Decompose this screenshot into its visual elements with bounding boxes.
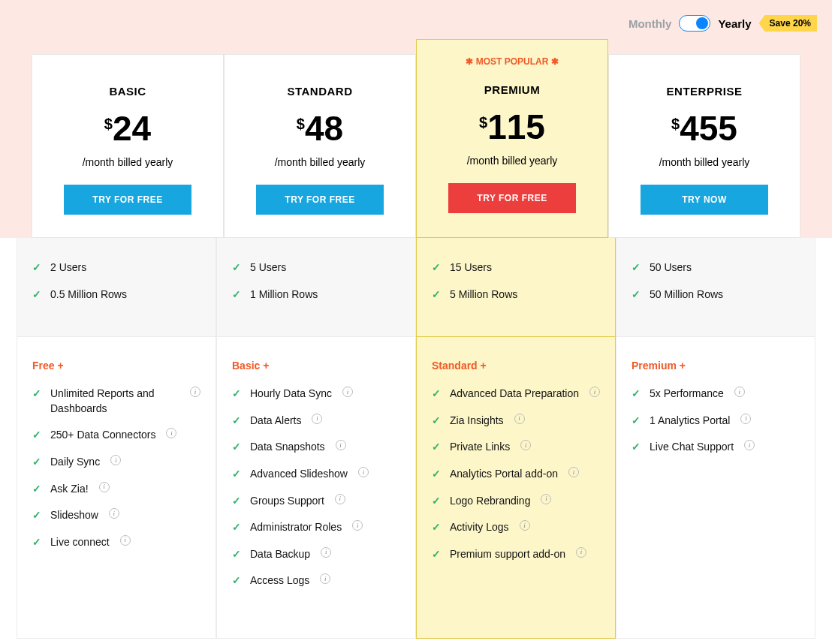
check-icon: ✓ (232, 440, 243, 455)
info-icon[interactable]: i (342, 387, 353, 397)
feature-item: ✓1 Analytics Portal i (632, 414, 800, 429)
price-amount: 115 (487, 110, 545, 144)
plan-name: ENTERPRISE (620, 85, 788, 98)
feature-label: 250+ Data Connectors (50, 428, 155, 443)
limit-item: ✓0.5 Million Rows (32, 287, 200, 302)
limit-label: 5 Users (250, 260, 286, 275)
billing-note: /month billed yearly (44, 156, 212, 168)
feature-label: Data Snapshots (250, 440, 325, 455)
info-icon[interactable]: i (358, 467, 369, 477)
currency-symbol: $ (671, 116, 680, 133)
feature-label: Live Chat Support (650, 440, 734, 455)
cta-premium[interactable]: TRY FOR FREE (448, 183, 576, 213)
billing-monthly-label[interactable]: Monthly (629, 17, 672, 30)
billing-note: /month billed yearly (236, 156, 404, 168)
feature-item: ✓Administrator Roles i (232, 520, 400, 535)
plan-name: BASIC (44, 85, 212, 98)
check-icon: ✓ (632, 287, 642, 302)
check-icon: ✓ (432, 520, 442, 535)
limit-label: 50 Users (650, 260, 692, 275)
feature-label: Administrator Roles (250, 520, 342, 535)
features-cell-premium: Standard +✓Advanced Data Preparation i✓Z… (416, 337, 616, 639)
inherits-label: Free + (32, 360, 200, 372)
check-icon: ✓ (232, 260, 243, 275)
feature-label: Unlimited Reports and Dashboards (50, 387, 179, 416)
check-icon: ✓ (32, 482, 43, 497)
info-icon[interactable]: i (740, 414, 751, 424)
check-icon: ✓ (32, 455, 43, 470)
check-icon: ✓ (32, 287, 43, 302)
limits-cell-premium: ✓15 Users✓5 Million Rows (416, 238, 616, 337)
info-icon[interactable]: i (541, 494, 551, 504)
price: $ 455 (620, 111, 788, 146)
check-icon: ✓ (232, 494, 243, 509)
feature-label: Private Links (450, 440, 510, 455)
info-icon[interactable]: i (520, 520, 530, 531)
plan-card-enterprise: ENTERPRISE $ 455 /month billed yearly TR… (608, 54, 800, 238)
info-icon[interactable]: i (166, 428, 176, 438)
feature-label: Activity Logs (450, 520, 509, 535)
info-icon[interactable]: i (335, 494, 345, 504)
billing-note: /month billed yearly (620, 156, 788, 168)
info-icon[interactable]: i (312, 414, 322, 424)
feature-label: Advanced Slideshow (250, 467, 348, 482)
info-icon[interactable]: i (190, 387, 200, 397)
info-icon[interactable]: i (514, 414, 525, 424)
billing-toggle-switch[interactable] (679, 15, 710, 32)
limit-label: 15 Users (450, 260, 492, 275)
check-icon: ✓ (32, 428, 43, 443)
info-icon[interactable]: i (568, 467, 579, 477)
feature-item: ✓Premium support add-on i (432, 547, 600, 562)
feature-label: Logo Rebranding (450, 494, 530, 509)
billing-yearly-label[interactable]: Yearly (718, 17, 751, 30)
info-icon[interactable]: i (744, 440, 755, 450)
feature-label: Advanced Data Preparation (450, 387, 579, 402)
limits-row: ✓2 Users✓0.5 Million Rows✓5 Users✓1 Mill… (17, 238, 815, 337)
info-icon[interactable]: i (352, 520, 363, 531)
currency-symbol: $ (104, 116, 113, 133)
limits-cell-standard: ✓5 Users✓1 Million Rows (216, 238, 416, 337)
check-icon: ✓ (432, 287, 442, 302)
check-icon: ✓ (432, 467, 442, 482)
check-icon: ✓ (232, 547, 243, 562)
price: $ 24 (44, 111, 212, 146)
feature-item: ✓Data Alerts i (232, 414, 400, 429)
feature-item: ✓Live connect i (32, 535, 200, 550)
info-icon[interactable]: i (110, 455, 121, 465)
feature-label: Analytics Portal add-on (450, 467, 558, 482)
feature-item: ✓Analytics Portal add-on i (432, 467, 600, 482)
limits-cell-basic: ✓2 Users✓0.5 Million Rows (17, 238, 216, 337)
check-icon: ✓ (32, 260, 43, 275)
info-icon[interactable]: i (321, 547, 331, 558)
feature-label: 5x Performance (650, 387, 724, 402)
check-icon: ✓ (432, 387, 442, 402)
feature-label: Daily Sync (50, 455, 100, 470)
feature-label: 1 Analytics Portal (650, 414, 730, 429)
check-icon: ✓ (232, 467, 243, 482)
feature-label: Data Alerts (250, 414, 301, 429)
inherits-label: Basic + (232, 360, 400, 372)
limit-item: ✓50 Users (632, 260, 800, 275)
info-icon[interactable]: i (734, 387, 745, 397)
cta-enterprise[interactable]: TRY NOW (641, 185, 768, 215)
info-icon[interactable]: i (120, 535, 131, 546)
feature-label: Live connect (50, 535, 110, 550)
limit-label: 1 Million Rows (250, 287, 318, 302)
info-icon[interactable]: i (320, 573, 330, 584)
limit-label: 2 Users (50, 260, 86, 275)
feature-item: ✓Activity Logs i (432, 520, 600, 535)
check-icon: ✓ (432, 260, 442, 275)
info-icon[interactable]: i (109, 508, 119, 519)
info-icon[interactable]: i (520, 440, 531, 450)
features-cell-enterprise: Premium +✓5x Performance i✓1 Analytics P… (616, 337, 815, 639)
limits-cell-enterprise: ✓50 Users✓50 Million Rows (616, 238, 815, 337)
currency-symbol: $ (297, 116, 305, 133)
cta-standard[interactable]: TRY FOR FREE (256, 185, 384, 215)
info-icon[interactable]: i (99, 482, 110, 492)
info-icon[interactable]: i (336, 440, 346, 450)
check-icon: ✓ (632, 387, 642, 402)
cta-basic[interactable]: TRY FOR FREE (64, 185, 191, 215)
info-icon[interactable]: i (589, 387, 600, 397)
price: $ 48 (236, 111, 404, 146)
info-icon[interactable]: i (576, 547, 586, 558)
